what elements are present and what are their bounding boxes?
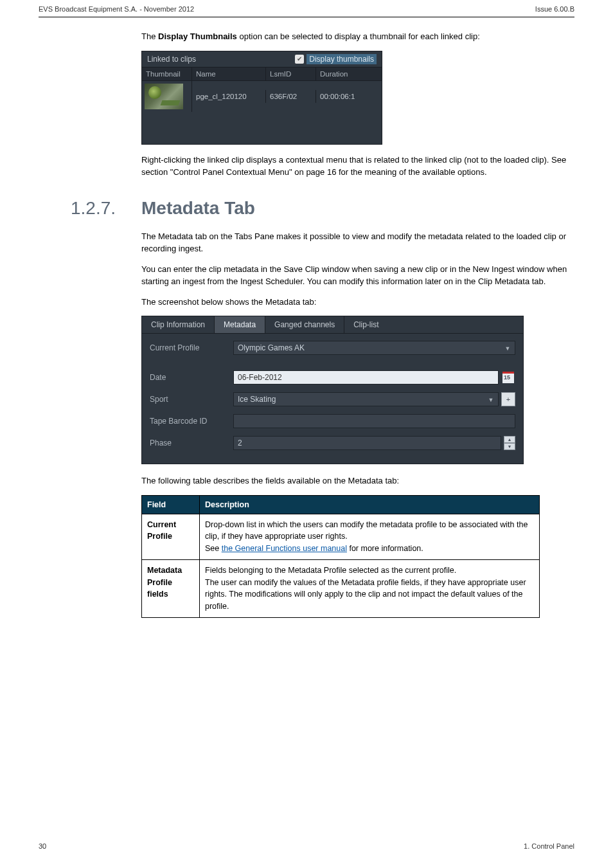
after-ss1-text: Right-clicking the linked clip displays … [141,154,574,179]
tab-clip-list[interactable]: Clip-list [344,316,387,333]
description-table: Field Description Current Profile Drop-d… [141,495,540,618]
thumbnail-image [145,84,183,109]
page-header: EVS Broadcast Equipment S.A. - November … [39,0,574,17]
heading-number: 1.2.7. [71,198,141,219]
display-thumbnails-label: Display thumbnails [306,54,377,64]
linked-clips-columns: Thumbnail Name LsmID Duration [142,67,382,81]
desc-text: Drop-down list in which the users can mo… [205,520,528,541]
desc-text-more: for more information. [347,544,423,553]
col-thumbnail[interactable]: Thumbnail [142,67,192,81]
calendar-button[interactable] [501,370,515,384]
cell-name: pge_cl_120120 [192,90,266,103]
tab-clip-information[interactable]: Clip Information [142,316,215,333]
tab-metadata[interactable]: Metadata [215,316,265,333]
intro-bold: Display Thumbnails [158,32,237,41]
cell-duration: 00:00:06:1 [316,90,382,103]
header-left: EVS Broadcast Equipment S.A. - November … [39,5,194,13]
field-current-profile[interactable]: Olympic Games AK ▼ [233,341,515,355]
calendar-icon [502,372,514,383]
section-heading: 1.2.7. Metadata Tab [71,198,574,219]
para-2: You can enter the clip metadata in the S… [141,263,574,288]
cell-desc-current-profile: Drop-down list in which the users can mo… [200,514,540,559]
header-right: Issue 6.00.B [535,5,574,13]
tab-ganged-channels[interactable]: Ganged channels [265,316,344,333]
table-row: Current Profile Drop-down list in which … [142,514,540,559]
label-sport: Sport [150,395,233,404]
section-name: 1. Control Panel [524,842,574,850]
linked-clips-header: Linked to clips ✔ Display thumbnails [142,51,382,67]
page-number: 30 [39,842,46,850]
label-tape-barcode: Tape Barcode ID [150,417,233,426]
row-date: Date 06-Feb-2012 [150,370,515,385]
cell-field-current-profile: Current Profile [142,514,200,559]
chevron-down-icon[interactable]: ▼ [486,395,495,404]
value-phase: 2 [238,439,242,448]
intro-pre: The [141,32,158,41]
col-name[interactable]: Name [192,67,266,81]
phase-spinner[interactable]: ▲ ▼ [504,436,515,450]
row-current-profile: Current Profile Olympic Games AK ▼ [150,340,515,356]
field-date[interactable]: 06-Feb-2012 [233,370,499,384]
desc-text: Fields belonging to the Metadata Profile… [205,566,456,575]
label-phase: Phase [150,439,233,448]
chevron-down-icon[interactable]: ▼ [503,344,512,353]
spinner-down-icon[interactable]: ▼ [504,443,515,450]
value-date: 06-Feb-2012 [238,373,282,382]
para-3: The screenshot below shows the Metadata … [141,296,574,309]
intro-rest: option can be selected to display a thum… [239,32,479,41]
col-lsmid[interactable]: LsmID [266,67,316,81]
field-sport[interactable]: Ice Skating ▼ [233,392,499,406]
cell-lsmid: 636F/02 [266,90,316,103]
value-current-profile: Olympic Games AK [238,343,305,352]
desc-text-see: See [205,544,222,553]
field-label: Metadata Profile fields [147,566,182,599]
row-sport: Sport Ice Skating ▼ + [150,392,515,407]
cell-thumbnail [142,81,192,112]
field-tape-barcode[interactable] [233,414,515,428]
linked-clips-title: Linked to clips [147,55,196,64]
cell-field-metadata-profile: Metadata Profile fields [142,559,200,617]
value-sport: Ice Skating [238,395,276,404]
display-thumbnails-checkbox[interactable]: ✔ [295,55,304,64]
row-phase: Phase 2 ▲ ▼ [150,435,515,451]
table-row[interactable]: pge_cl_120120 636F/02 00:00:06:1 [142,81,382,112]
para-1: The Metadata tab on the Tabs Pane makes … [141,230,574,255]
heading-title: Metadata Tab [141,198,255,219]
table-intro: The following table describes the fields… [141,475,574,487]
metadata-tab-panel: Clip Information Metadata Ganged channel… [141,316,524,464]
th-description: Description [200,495,540,514]
tabs-bar: Clip Information Metadata Ganged channel… [142,316,523,334]
spinner-up-icon[interactable]: ▲ [504,436,515,443]
field-phase[interactable]: 2 [233,436,501,450]
linked-clips-empty [142,112,382,144]
label-date: Date [150,373,233,382]
row-tape-barcode: Tape Barcode ID [150,413,515,429]
page-footer: 30 1. Control Panel [39,842,574,850]
add-sport-button[interactable]: + [501,392,515,406]
th-field: Field [142,495,200,514]
link-general-functions[interactable]: the General Functions user manual [222,544,347,553]
col-duration[interactable]: Duration [316,67,382,81]
label-current-profile: Current Profile [150,343,233,352]
table-row: Metadata Profile fields Fields belonging… [142,559,540,617]
intro-text-1: The Display Thumbnails option can be sel… [141,30,574,43]
desc-text: The user can modify the values of the Me… [205,578,526,611]
linked-clips-panel: Linked to clips ✔ Display thumbnails Thu… [141,51,382,145]
cell-desc-metadata-profile: Fields belonging to the Metadata Profile… [200,559,540,617]
